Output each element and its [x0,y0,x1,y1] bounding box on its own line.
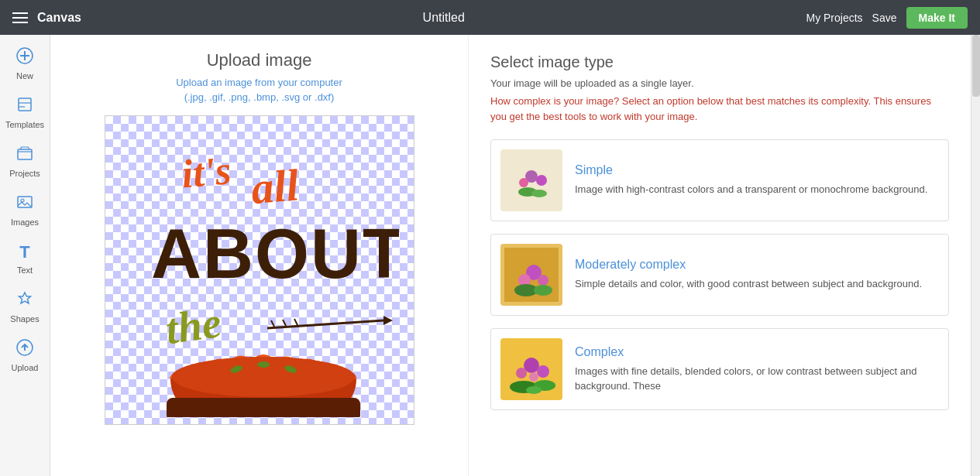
upload-preview[interactable]: it's all ABOUT the [105,115,414,425]
svg-text:the: the [162,298,223,353]
type-option-simple[interactable]: Simple Image with high-contrast colors a… [490,139,949,221]
svg-point-28 [531,190,547,197]
svg-point-6 [21,199,24,202]
projects-icon [16,145,33,166]
simple-option-name: Simple [575,163,939,177]
sidebar-item-images-label: Images [11,217,39,227]
svg-point-38 [537,365,549,378]
svg-marker-13 [383,316,393,325]
save-button[interactable]: Save [872,12,897,24]
sidebar-item-new[interactable]: New [0,41,50,87]
document-title[interactable]: Untitled [81,11,806,25]
main-content: Upload image Upload an image from your c… [50,35,980,476]
sidebar: New Templates Projects Images T Text [0,35,50,476]
menu-icon[interactable] [12,12,28,23]
type-panel-subtitle: Your image will be uploaded as a single … [490,77,949,89]
upload-panel-formats: (.jpg, .gif, .png, .bmp, .svg or .dxf) [184,91,335,103]
sidebar-item-upload-label: Upload [12,363,39,372]
make-it-button[interactable]: Make It [906,7,968,29]
svg-text:it's: it's [180,148,232,196]
type-option-moderately-complex[interactable]: Moderately complex Simple details and co… [490,234,949,316]
moderate-thumbnail [500,244,562,306]
svg-text:all: all [249,159,301,214]
sidebar-item-shapes-label: Shapes [10,314,39,324]
main-layout: New Templates Projects Images T Text [0,35,980,476]
sidebar-item-projects[interactable]: Projects [0,139,50,184]
simple-option-desc: Image with high-contrast colors and a tr… [575,182,939,197]
sidebar-item-shapes[interactable]: Shapes [0,284,50,330]
text-icon: T [19,242,29,262]
type-selection-panel: Select image type Your image will be upl… [469,35,971,476]
sidebar-item-new-label: New [16,71,33,80]
upload-panel-title: Upload image [207,50,312,70]
sidebar-item-text[interactable]: T Text [0,236,50,281]
svg-point-25 [519,178,528,187]
sidebar-item-templates[interactable]: Templates [0,90,50,135]
svg-point-37 [516,368,527,378]
svg-point-32 [538,275,548,286]
simple-option-info: Simple Image with high-contrast colors a… [575,163,939,197]
checkered-background: it's all ABOUT the [105,116,414,424]
moderate-option-desc: Simple details and color, with good cont… [575,276,939,292]
scrollbar-track[interactable] [971,35,980,476]
svg-point-26 [536,175,547,186]
scrollbar-thumb[interactable] [972,35,980,97]
preview-image: it's all ABOUT the [120,123,399,417]
new-icon [16,47,33,68]
header-actions: My Projects Save Make It [806,7,968,29]
complex-thumbnail [500,338,562,400]
upload-panel: Upload image Upload an image from your c… [50,35,469,476]
svg-point-34 [534,285,552,296]
svg-point-42 [526,386,542,394]
svg-point-39 [529,372,538,382]
sidebar-item-images[interactable]: Images [0,187,50,233]
svg-rect-3 [19,98,31,111]
shapes-icon [16,290,33,311]
sidebar-item-upload[interactable]: Upload [0,333,50,378]
upload-icon [16,339,33,360]
svg-rect-4 [18,149,32,159]
type-panel-note: How complex is your image? Select an opt… [490,94,949,124]
header: Canvas Untitled My Projects Save Make It [0,0,980,35]
moderate-option-info: Moderately complex Simple details and co… [575,258,939,292]
upload-panel-description: Upload an image from your computer [176,77,342,88]
complex-option-info: Complex Images with fine details, blende… [575,345,939,394]
sidebar-item-templates-label: Templates [5,120,44,129]
svg-rect-18 [167,398,360,417]
complex-option-desc: Images with fine details, blended colors… [575,364,939,394]
complex-option-name: Complex [575,345,939,359]
my-projects-link[interactable]: My Projects [806,12,862,24]
svg-point-21 [257,361,270,368]
svg-text:ABOUT: ABOUT [151,215,399,293]
images-icon [16,193,33,214]
simple-thumbnail [500,149,562,211]
app-name: Canvas [37,11,81,25]
type-panel-title: Select image type [490,53,949,71]
sidebar-item-projects-label: Projects [9,169,40,178]
templates-icon [16,96,33,117]
type-option-complex[interactable]: Complex Images with fine details, blende… [490,328,949,410]
sidebar-item-text-label: Text [17,265,33,275]
moderate-option-name: Moderately complex [575,258,939,272]
